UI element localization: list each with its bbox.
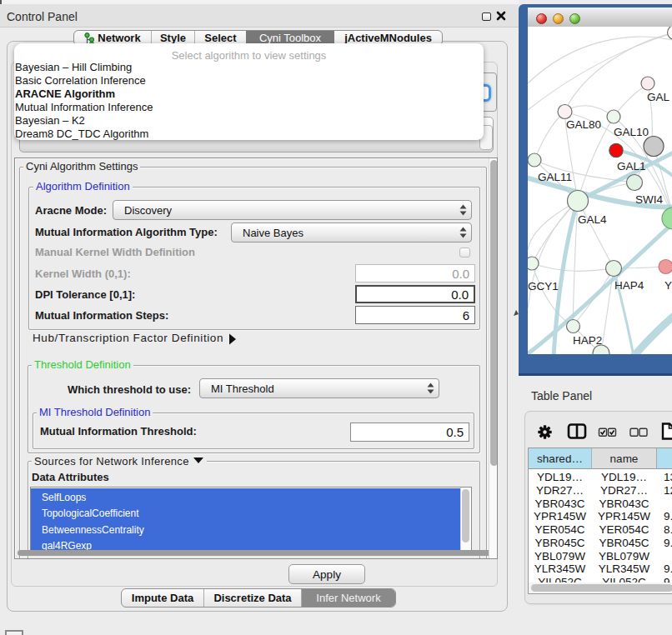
svg-text:GAL1: GAL1 [617,160,646,172]
svg-text:SWI4: SWI4 [635,193,663,206]
svg-text:GAL4: GAL4 [578,213,607,226]
svg-text:Y: Y [664,279,672,292]
svg-text:GCY1: GCY1 [528,280,559,292]
svg-text:GAL80: GAL80 [566,118,601,131]
svg-text:GAL10: GAL10 [614,126,649,138]
svg-text:GAL: GAL [647,91,670,103]
svg-text:GAL11: GAL11 [538,171,572,183]
svg-text:HAP2: HAP2 [573,334,602,347]
svg-text:HAP4: HAP4 [614,279,644,292]
